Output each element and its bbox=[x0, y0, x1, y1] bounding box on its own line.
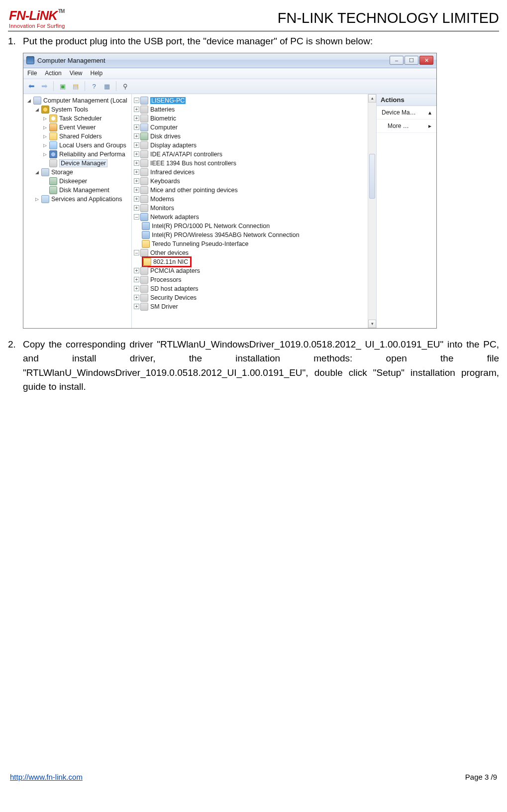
storage-icon bbox=[41, 168, 49, 176]
device-category-icon bbox=[140, 303, 148, 311]
titlebar[interactable]: Computer Management – ☐ ✕ bbox=[23, 53, 436, 68]
dev-item[interactable]: +Security Devices bbox=[133, 293, 367, 302]
dev-label: PCMCIA adapters bbox=[150, 267, 200, 274]
dev-label: Disk drives bbox=[150, 133, 181, 140]
tree-shared-label: Shared Folders bbox=[59, 133, 101, 140]
menu-help[interactable]: Help bbox=[91, 70, 103, 77]
toolbar-sep-2 bbox=[85, 81, 85, 91]
dev-item[interactable]: +Infrared devices bbox=[133, 168, 367, 177]
device-category-icon bbox=[140, 123, 148, 131]
dev-item[interactable]: +Monitors bbox=[133, 204, 367, 213]
dev-item[interactable]: +SM Driver bbox=[133, 302, 367, 311]
menu-action[interactable]: Action bbox=[45, 70, 61, 77]
window-title: Computer Management bbox=[37, 57, 390, 64]
scan-button[interactable]: ⚲ bbox=[119, 81, 131, 92]
dev-other-label: Other devices bbox=[150, 249, 189, 256]
pc-icon bbox=[140, 97, 148, 105]
dev-label: IEEE 1394 Bus host controllers bbox=[150, 160, 236, 167]
tree-reliability[interactable]: ▷Reliability and Performa bbox=[25, 150, 131, 159]
toolbar: ⬅ ➡ ▣ ▤ ? ▦ ⚲ bbox=[23, 79, 436, 94]
tree-svc-label: Services and Applications bbox=[51, 196, 122, 203]
device-category-icon bbox=[140, 195, 148, 203]
device-tree-pane: –LISENG-PC +Batteries +Biometric +Comput… bbox=[132, 94, 377, 328]
tree-dk-label: Diskeeper bbox=[59, 178, 87, 185]
dev-net-child[interactable]: Intel(R) PRO/1000 PL Network Connection bbox=[133, 222, 367, 231]
actions-item-label: Device Ma… bbox=[382, 109, 416, 116]
dev-item[interactable]: +Keyboards bbox=[133, 177, 367, 186]
dev-label: Batteries bbox=[150, 106, 175, 113]
footer-link[interactable]: http://www.fn-link.com bbox=[10, 773, 83, 781]
dev-other-child-label: 802.11n NIC bbox=[153, 258, 188, 265]
dev-network-adapters[interactable]: –Network adapters bbox=[133, 213, 367, 222]
step-1-text: Put the product plug into the USB port, … bbox=[23, 34, 499, 49]
highlight-box: 802.11n NIC bbox=[142, 256, 192, 267]
actions-header: Actions bbox=[377, 94, 436, 106]
up-button[interactable]: ▣ bbox=[57, 81, 69, 92]
vscroll-thumb[interactable] bbox=[369, 154, 375, 199]
tree-diskeeper[interactable]: Diskeeper bbox=[25, 177, 131, 186]
device-category-icon bbox=[140, 294, 148, 302]
tree-storage[interactable]: ◢Storage bbox=[25, 168, 131, 177]
help-button[interactable]: ? bbox=[88, 81, 100, 92]
menu-view[interactable]: View bbox=[70, 70, 83, 77]
chevron-right-icon: ▸ bbox=[428, 122, 431, 129]
dev-item[interactable]: +IEEE 1394 Bus host controllers bbox=[133, 159, 367, 168]
refresh-button[interactable]: ▤ bbox=[70, 81, 82, 92]
dev-item[interactable]: +Disk drives bbox=[133, 132, 367, 141]
dev-item[interactable]: +SD host adapters bbox=[133, 284, 367, 293]
properties-button[interactable]: ▦ bbox=[101, 81, 113, 92]
company-name: FN-LINK TECHNOLOGY LIMITED bbox=[278, 9, 499, 26]
dev-label: Processors bbox=[150, 276, 182, 283]
actions-item-devicemgr[interactable]: Device Ma… ▴ bbox=[377, 106, 436, 119]
vscroll-down-icon[interactable]: ▾ bbox=[368, 320, 376, 328]
back-button[interactable]: ⬅ bbox=[25, 81, 37, 92]
dev-item[interactable]: +Biometric bbox=[133, 114, 367, 123]
tree-users-label: Local Users and Groups bbox=[59, 142, 126, 149]
menu-file[interactable]: File bbox=[27, 70, 37, 77]
dev-item[interactable]: +Mice and other pointing devices bbox=[133, 186, 367, 195]
tree-event-viewer[interactable]: ▷Event Viewer bbox=[25, 123, 131, 132]
device-manager-icon bbox=[49, 159, 57, 167]
dev-net-child[interactable]: Teredo Tunneling Pseudo-Interface bbox=[133, 239, 367, 248]
dev-item[interactable]: +Batteries bbox=[133, 105, 367, 114]
minimize-button[interactable]: – bbox=[390, 56, 404, 65]
forward-button[interactable]: ➡ bbox=[38, 81, 50, 92]
dev-label: Security Devices bbox=[150, 294, 197, 301]
close-button[interactable]: ✕ bbox=[419, 56, 433, 65]
mid-vscroll[interactable]: ▴ ▾ bbox=[368, 94, 376, 328]
vscroll-up-icon[interactable]: ▴ bbox=[368, 94, 376, 103]
tree-root[interactable]: ◢Computer Management (Local bbox=[25, 96, 131, 105]
header-rule bbox=[8, 31, 499, 31]
device-category-icon bbox=[140, 186, 148, 194]
logo-tagline: Innovation For Surfing bbox=[9, 23, 65, 29]
dev-net-child[interactable]: Intel(R) PRO/Wireless 3945ABG Network Co… bbox=[133, 231, 367, 239]
dev-item[interactable]: +PCMCIA adapters bbox=[133, 266, 367, 275]
tree-system-tools[interactable]: ◢System Tools bbox=[25, 105, 131, 114]
tree-local-users[interactable]: ▷Local Users and Groups bbox=[25, 141, 131, 150]
logo-text: FN-LiNKTM bbox=[9, 9, 65, 22]
tree-task-scheduler[interactable]: ▷Task Scheduler bbox=[25, 114, 131, 123]
dev-item[interactable]: +IDE ATA/ATAPI controllers bbox=[133, 150, 367, 159]
tree-device-manager[interactable]: Device Manager bbox=[25, 159, 131, 168]
tree-diskm-label: Disk Management bbox=[59, 187, 109, 194]
dev-item[interactable]: +Computer bbox=[133, 123, 367, 132]
dev-other-child-highlight[interactable]: 802.11n NIC bbox=[133, 257, 367, 266]
page-footer: http://www.fn-link.com Page 3 /9 bbox=[8, 773, 499, 781]
tree-services[interactable]: ▷Services and Applications bbox=[25, 195, 131, 204]
app-icon bbox=[26, 56, 34, 64]
other-devices-icon bbox=[140, 249, 148, 257]
event-icon bbox=[49, 123, 57, 131]
dev-item[interactable]: +Modems bbox=[133, 195, 367, 204]
folder-icon bbox=[49, 132, 57, 140]
dev-item[interactable]: +Processors bbox=[133, 275, 367, 284]
maximize-button[interactable]: ☐ bbox=[405, 56, 418, 65]
dev-label: Keyboards bbox=[150, 178, 180, 185]
unknown-device-icon bbox=[143, 258, 151, 266]
dev-item[interactable]: +Display adapters bbox=[133, 141, 367, 150]
device-category-icon bbox=[140, 115, 148, 122]
dev-root[interactable]: –LISENG-PC bbox=[133, 96, 367, 105]
tree-disk-management[interactable]: Disk Management bbox=[25, 186, 131, 195]
actions-item-more[interactable]: More … ▸ bbox=[377, 119, 436, 133]
dev-net-label: Network adapters bbox=[150, 214, 199, 221]
tree-shared-folders[interactable]: ▷Shared Folders bbox=[25, 132, 131, 141]
